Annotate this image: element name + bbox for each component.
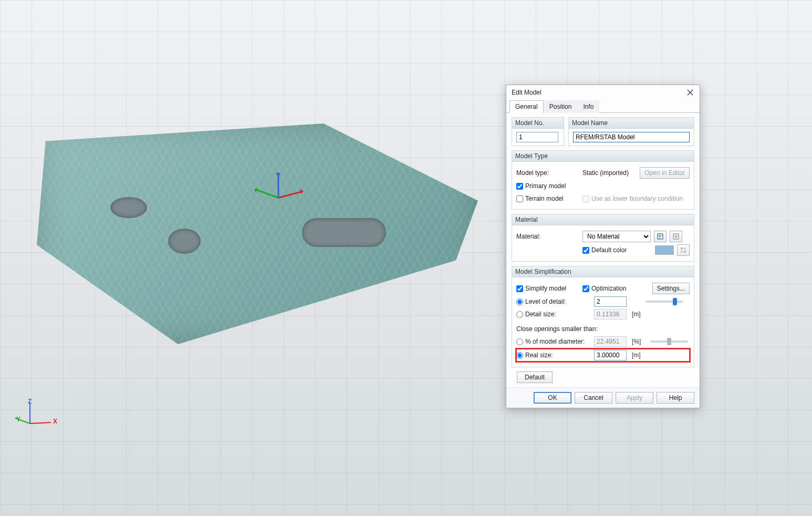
svg-rect-3	[684, 247, 686, 250]
material-library-button[interactable]	[654, 231, 667, 242]
axis-z-label: Z	[28, 398, 32, 405]
tab-position[interactable]: Position	[544, 100, 578, 113]
pct-diameter-radio[interactable]: % of model diameter:	[516, 338, 591, 345]
optimization-checkbox[interactable]: Optimization	[582, 285, 649, 292]
orientation-gizmo[interactable]: X Y Z	[18, 403, 60, 435]
terrain-model-check-input[interactable]	[516, 195, 523, 202]
primary-model-check-input[interactable]	[516, 183, 523, 190]
lod-radio-input[interactable]	[516, 298, 523, 305]
settings-button[interactable]: Settings...	[652, 283, 690, 294]
model-name-input[interactable]	[573, 132, 690, 142]
pct-diameter-label: % of model diameter:	[525, 338, 585, 345]
default-color-check-input[interactable]	[582, 247, 589, 254]
model-hole	[168, 229, 201, 254]
model-hole	[302, 218, 386, 247]
new-icon	[672, 233, 680, 240]
svg-rect-5	[684, 251, 686, 253]
model-no-input[interactable]	[516, 132, 558, 142]
group-header-simplification: Model Simplification	[512, 266, 694, 277]
real-size-unit: [m]	[632, 352, 641, 359]
optimization-label: Optimization	[591, 285, 627, 292]
real-size-input[interactable]	[594, 350, 627, 360]
material-label: Material:	[516, 233, 579, 240]
model-hole	[110, 197, 147, 218]
material-new-button[interactable]	[670, 231, 682, 242]
use-lower-bc-checkbox: Use as lower boundary condition	[582, 195, 683, 202]
svg-rect-2	[681, 247, 683, 250]
edit-model-dialog: Edit Model General Position Info Model N…	[506, 85, 700, 408]
pct-diameter-input	[594, 336, 627, 347]
close-icon	[687, 89, 693, 96]
color-swatch[interactable]	[655, 245, 674, 255]
apply-button: Apply	[616, 392, 653, 404]
group-header-model-no: Model No.	[512, 118, 564, 129]
simplify-model-checkbox[interactable]: Simplify model	[516, 285, 579, 292]
terrain-model-label: Terrain model	[525, 195, 564, 202]
dialog-titlebar[interactable]: Edit Model	[506, 85, 700, 100]
lod-slider[interactable]	[646, 301, 683, 303]
axis-x-label: X	[53, 418, 57, 425]
cancel-button[interactable]: Cancel	[575, 392, 612, 404]
material-select[interactable]: No Material	[582, 231, 651, 242]
model-type-label: Model type:	[516, 169, 579, 177]
pct-unit: [%]	[632, 338, 641, 345]
default-button[interactable]: Default	[517, 371, 553, 383]
detail-size-label: Detail size:	[525, 311, 556, 318]
detail-size-input	[594, 309, 627, 319]
use-lower-bc-check-input	[582, 195, 589, 202]
simplify-model-check-input[interactable]	[516, 285, 523, 292]
tab-info[interactable]: Info	[577, 100, 599, 113]
library-icon	[657, 233, 664, 240]
optimization-check-input[interactable]	[582, 285, 589, 292]
help-button[interactable]: Help	[657, 392, 694, 404]
dialog-title: Edit Model	[512, 89, 542, 96]
default-color-label: Default color	[591, 246, 627, 254]
model-type-value: Static (imported)	[582, 169, 637, 177]
detail-size-radio[interactable]: Detail size:	[516, 311, 591, 318]
real-size-radio[interactable]: Real size:	[516, 352, 591, 359]
primary-model-checkbox[interactable]: Primary model	[516, 182, 566, 190]
axis-z-icon	[29, 403, 30, 424]
axis-x-icon	[30, 422, 51, 424]
real-size-label: Real size:	[525, 352, 553, 359]
detail-size-unit: [m]	[632, 311, 641, 318]
dialog-tabs: General Position Info	[506, 100, 700, 113]
group-header-material: Material	[512, 214, 694, 225]
svg-rect-4	[681, 251, 683, 253]
lod-label: Level of detail:	[525, 298, 566, 305]
lod-radio[interactable]: Level of detail:	[516, 298, 591, 305]
tab-general[interactable]: General	[509, 100, 544, 113]
axis-y-label: Y	[16, 416, 20, 423]
use-lower-bc-label: Use as lower boundary condition	[591, 195, 683, 202]
real-size-row-highlight: Real size: [m]	[516, 349, 690, 362]
pct-diameter-radio-input[interactable]	[516, 338, 523, 345]
detail-size-radio-input[interactable]	[516, 311, 523, 318]
terrain-model-checkbox[interactable]: Terrain model	[516, 195, 579, 202]
primary-model-label: Primary model	[525, 182, 566, 190]
ok-button[interactable]: OK	[534, 392, 571, 404]
close-openings-label: Close openings smaller than:	[516, 325, 598, 333]
group-header-model-name: Model Name	[569, 118, 694, 129]
palette-icon	[680, 246, 687, 254]
group-header-model-type: Model Type	[512, 151, 694, 162]
open-in-editor-button: Open in Editor	[640, 167, 690, 179]
real-size-radio-input[interactable]	[516, 352, 523, 359]
close-button[interactable]	[686, 88, 694, 97]
lod-input[interactable]	[594, 296, 627, 307]
close-openings-slider[interactable]	[650, 340, 688, 343]
simplify-model-label: Simplify model	[525, 285, 566, 292]
color-picker-button	[677, 244, 690, 256]
default-color-checkbox[interactable]: Default color	[582, 246, 627, 254]
dialog-footer: OK Cancel Apply Help	[506, 387, 700, 408]
svg-rect-0	[658, 234, 663, 239]
